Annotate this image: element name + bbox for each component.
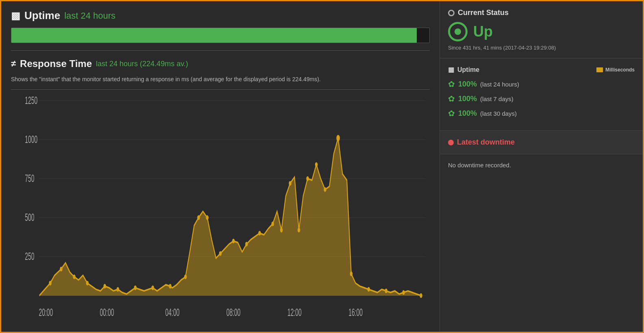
response-icon: ≠ [11,58,16,69]
chart-area: 1250 1000 750 500 250 [11,89,430,324]
svg-point-28 [272,221,274,226]
uptime-row-24h: ✿ 100% (last 24 hours) [448,79,635,89]
svg-point-25 [232,239,235,244]
up-status-row: Up [448,22,635,41]
uptime-row-30d: ✿ 100% (last 30 days) [448,108,635,118]
svg-point-15 [86,281,89,285]
svg-text:04:00: 04:00 [165,307,180,318]
divider-1 [11,50,430,51]
uptime-section-title: ▩ Uptime Milliseconds [448,66,635,74]
svg-point-16 [103,284,106,289]
response-header: ≠ Response Time last 24 hours (224.49ms … [11,58,430,69]
svg-point-36 [350,271,352,276]
svg-point-30 [289,181,291,186]
svg-point-29 [280,228,283,233]
no-downtime-text: No downtime recorded. [448,162,635,169]
current-status-title: Current Status [448,9,635,17]
period-24h: (last 24 hours) [480,81,519,88]
svg-point-24 [219,251,222,256]
svg-point-39 [402,290,405,295]
response-chart: 1250 1000 750 500 250 [11,90,430,324]
status-dot-icon [448,10,455,16]
svg-text:00:00: 00:00 [100,307,114,318]
svg-text:1000: 1000 [25,134,37,145]
up-icon [448,22,468,41]
svg-point-34 [324,187,326,192]
svg-text:20:00: 20:00 [39,307,53,318]
svg-point-17 [117,287,119,292]
uptime-section: ▩ Uptime Milliseconds ✿ 100% (last 24 ho… [440,58,643,131]
uptime-header: ▩ Uptime last 24 hours [11,9,430,22]
svg-point-20 [169,284,171,289]
milliseconds-legend: Milliseconds [596,67,635,73]
uptime-bar [11,28,417,43]
bar-icon-small: ▩ [448,66,454,74]
ms-legend-label: Milliseconds [605,67,635,73]
svg-point-35 [336,135,340,141]
ms-legend-box [596,67,603,72]
svg-point-40 [420,293,422,298]
red-dot-icon [448,140,454,145]
uptime-period: last 24 hours [64,11,115,21]
svg-text:1250: 1250 [25,95,37,106]
svg-point-27 [258,231,261,236]
no-downtime-section: No downtime recorded. [440,154,643,176]
svg-point-12 [49,281,51,285]
svg-point-38 [385,289,387,294]
svg-point-33 [315,162,318,167]
uptime-bar-container [11,28,430,43]
svg-text:500: 500 [25,212,34,223]
left-panel: ▩ Uptime last 24 hours ≠ Response Time l… [1,1,439,332]
uptime-title: Uptime [24,9,60,22]
pct-30d: 100% [458,109,477,118]
svg-point-14 [73,275,75,279]
response-period: last 24 hours (224.49ms av.) [96,60,188,68]
svg-point-23 [206,215,209,220]
svg-text:250: 250 [25,251,34,262]
bar-chart-icon: ▩ [11,10,20,22]
svg-point-31 [298,228,300,233]
svg-point-22 [197,215,200,220]
latest-downtime-title: Latest downtime [448,138,635,147]
period-7d: (last 7 days) [480,95,513,102]
svg-text:16:00: 16:00 [348,307,363,318]
period-30d: (last 30 days) [480,110,517,117]
latest-downtime-section: Latest downtime [440,131,643,154]
green-star-24h: ✿ [448,79,455,89]
right-panel: Current Status Up Since 431 hrs, 41 mins… [439,1,643,332]
svg-point-18 [134,285,137,290]
svg-point-13 [60,267,62,272]
svg-text:750: 750 [25,173,34,184]
svg-text:12:00: 12:00 [287,307,302,318]
svg-point-19 [151,285,154,290]
green-star-7d: ✿ [448,94,455,104]
up-label: Up [473,23,493,40]
pct-24h: 100% [458,80,477,89]
since-text: Since 431 hrs, 41 mins (2017-04-23 19:29… [448,45,635,51]
svg-text:08:00: 08:00 [226,307,241,318]
uptime-row-7d: ✿ 100% (last 7 days) [448,94,635,104]
svg-marker-11 [39,138,421,296]
svg-point-26 [245,242,248,247]
svg-point-32 [306,176,309,181]
current-status-section: Current Status Up Since 431 hrs, 41 mins… [440,1,643,58]
pct-7d: 100% [458,95,477,103]
response-desc: Shows the "instant" that the monitor sta… [11,75,430,84]
svg-point-21 [184,275,187,279]
green-star-30d: ✿ [448,108,455,118]
response-title: Response Time [20,58,92,69]
svg-point-37 [368,287,370,292]
